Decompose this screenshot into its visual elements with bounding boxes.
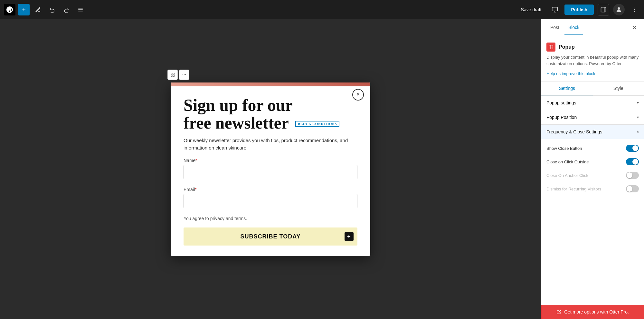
email-field-group: Email*: [184, 187, 357, 213]
svg-point-8: [618, 7, 620, 9]
dismiss-recurring-label: Dismiss for Recurring Visitors: [546, 187, 626, 191]
right-sidebar: Post Block ✕ Popup Display your content …: [541, 19, 644, 319]
style-tab[interactable]: Style: [593, 82, 644, 95]
block-tab[interactable]: Block: [564, 20, 583, 35]
dismiss-recurring-toggle[interactable]: [626, 185, 639, 192]
popup-position-accordion: Popup Position ▾: [541, 110, 644, 125]
popup-settings-chevron: ▾: [637, 101, 639, 105]
popup-close-button[interactable]: ×: [352, 89, 364, 101]
close-on-anchor-click-toggle[interactable]: [626, 172, 639, 179]
sidebar-body: Popup Display your content in beautiful …: [541, 36, 644, 305]
subscribe-button[interactable]: SUBSCRIBE TODAY +: [184, 227, 357, 246]
save-draft-button[interactable]: Save draft: [517, 5, 545, 14]
wordpress-logo[interactable]: [4, 4, 15, 15]
list-view-button[interactable]: [75, 4, 86, 15]
plugin-icon: [546, 43, 555, 52]
popup-description: Our weekly newsletter provides you with …: [184, 137, 357, 151]
add-block-button[interactable]: +: [18, 4, 30, 15]
settings-tab[interactable]: Settings: [541, 82, 593, 95]
top-toolbar: + Save draft: [0, 0, 644, 19]
popup-settings-accordion: Popup settings ▾: [541, 96, 644, 110]
popup-plugin-icon: [548, 44, 554, 50]
email-label: Email*: [184, 187, 357, 192]
expand-icon: [170, 72, 175, 77]
subscribe-plus-icon: +: [345, 232, 354, 241]
redo-button[interactable]: [61, 4, 72, 15]
settings-style-tabs: Settings Style: [541, 82, 644, 96]
svg-rect-14: [173, 75, 174, 76]
popup-header-bar: [171, 82, 370, 86]
close-icon: ✕: [632, 24, 637, 32]
plus-icon: +: [22, 6, 26, 13]
dots-icon: [182, 72, 186, 77]
main-area: × Sign up for ourfree newsletter BLOCK C…: [0, 19, 644, 319]
kebab-icon: [631, 7, 637, 13]
popup-settings-label: Popup settings: [546, 100, 576, 105]
frequency-close-label: Frequency & Close Settings: [546, 129, 602, 134]
close-on-click-outside-label: Close on Click Outside: [546, 160, 626, 164]
external-link-icon: [556, 309, 562, 314]
email-required-star: *: [195, 187, 196, 192]
svg-rect-15: [171, 75, 172, 76]
popup-position-chevron: ▾: [637, 115, 639, 120]
frequency-close-body: Show Close Button Close on Click Outside: [541, 139, 644, 201]
popup-settings-header[interactable]: Popup settings ▾: [541, 96, 644, 110]
popup-modal: × Sign up for ourfree newsletter BLOCK C…: [171, 82, 370, 256]
plugin-info-section: Popup Display your content in beautiful …: [541, 36, 644, 82]
undo-button[interactable]: [46, 4, 58, 15]
show-close-button-label: Show Close Button: [546, 146, 626, 151]
block-conditions-badge[interactable]: BLOCK CONDITIONS: [295, 121, 339, 127]
sidebar-close-button[interactable]: ✕: [630, 23, 639, 32]
svg-rect-13: [173, 73, 174, 74]
sidebar-icon: [600, 6, 607, 13]
list-view-icon: [78, 7, 83, 13]
plugin-description: Display your content in beautiful popup …: [546, 54, 639, 67]
popup-position-label: Popup Position: [546, 115, 577, 120]
get-more-label: Get more options with Otter Pro.: [564, 309, 629, 314]
popup-expand-button[interactable]: [167, 70, 178, 80]
dismiss-recurring-row: Dismiss for Recurring Visitors: [546, 182, 639, 196]
subscribe-label: SUBSCRIBE TODAY: [240, 233, 300, 240]
svg-point-18: [185, 74, 186, 75]
name-input[interactable]: [184, 165, 357, 179]
svg-rect-6: [601, 7, 606, 12]
svg-point-10: [634, 9, 635, 10]
popup-position-header[interactable]: Popup Position ▾: [541, 110, 644, 124]
show-close-button-toggle[interactable]: [626, 145, 639, 152]
get-more-options-button[interactable]: Get more options with Otter Pro.: [541, 305, 644, 319]
user-avatar-button[interactable]: [613, 4, 625, 15]
close-x-icon: ×: [356, 91, 360, 98]
popup-more-button[interactable]: [179, 70, 189, 80]
close-on-click-outside-toggle[interactable]: [626, 158, 639, 165]
frequency-close-header[interactable]: Frequency & Close Settings ▾: [541, 125, 644, 139]
sidebar-toggle-button[interactable]: [598, 4, 609, 15]
popup-title: Sign up for ourfree newsletter BLOCK CON…: [184, 97, 357, 132]
pen-tool-button[interactable]: [32, 4, 44, 15]
show-close-button-row: Show Close Button: [546, 141, 639, 155]
frequency-close-chevron: ▾: [637, 130, 639, 134]
more-options-button[interactable]: [629, 4, 640, 15]
view-button[interactable]: [549, 4, 561, 15]
sidebar-header: Post Block ✕: [541, 19, 644, 36]
toolbar-left: +: [4, 4, 86, 15]
undo-icon: [49, 7, 55, 13]
improve-block-link[interactable]: Help us improve this block: [546, 71, 595, 76]
name-required-star: *: [195, 158, 197, 163]
privacy-text: You agree to privacy and terms.: [184, 216, 357, 221]
popup-content: Sign up for ourfree newsletter BLOCK CON…: [171, 86, 370, 256]
svg-point-9: [634, 7, 635, 8]
publish-button[interactable]: Publish: [564, 5, 594, 15]
pen-icon: [35, 7, 41, 13]
svg-rect-3: [552, 7, 558, 11]
svg-point-17: [184, 74, 185, 75]
popup-wrapper: × Sign up for ourfree newsletter BLOCK C…: [171, 82, 370, 256]
svg-rect-12: [171, 73, 172, 74]
svg-point-11: [634, 11, 635, 12]
email-input[interactable]: [184, 194, 357, 208]
name-field-group: Name*: [184, 158, 357, 184]
redo-icon: [63, 7, 69, 13]
monitor-icon: [552, 6, 558, 13]
avatar-icon: [615, 6, 622, 13]
post-tab[interactable]: Post: [546, 20, 563, 35]
close-on-anchor-click-label: Close On Anchor Click: [546, 173, 626, 178]
